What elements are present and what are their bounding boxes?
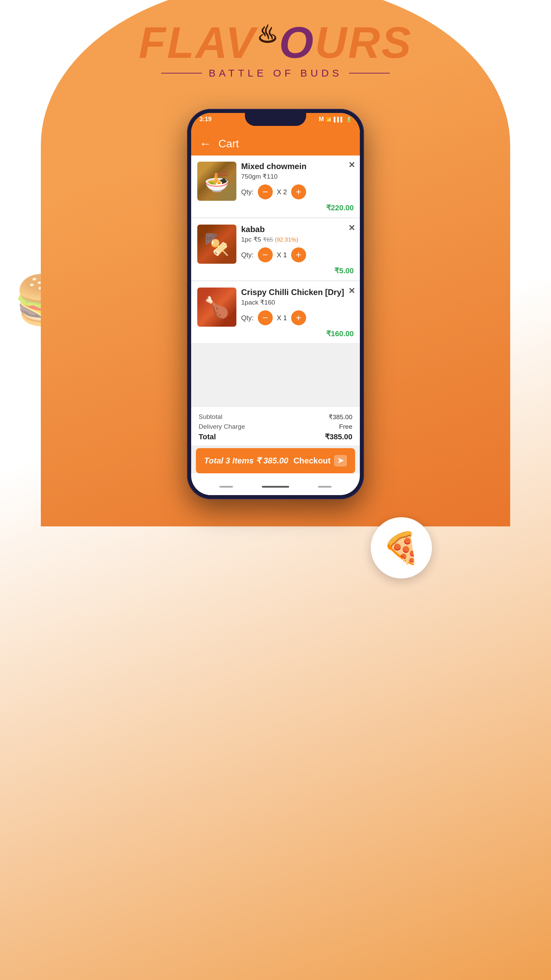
summary-total-row: Total ₹385.00 [198,433,353,441]
remove-item-1[interactable]: ✕ [348,161,355,169]
remove-item-2[interactable]: ✕ [348,224,355,232]
remove-item-3[interactable]: ✕ [348,287,355,295]
food-image-kabab [197,224,237,264]
checkout-label: Checkout ➤ [294,455,347,466]
logo-subtitle: BATTLE OF BUDS [209,67,343,79]
qty-minus-3[interactable]: − [258,310,273,325]
status-time: 3:19 [199,116,211,123]
subtotal-label: Subtotal [198,413,222,421]
signal-icon: ▌▌▌ [333,117,344,122]
item-original-price-2: ₹65 [263,237,273,243]
food-image-chicken [197,288,237,327]
item-price-2: ₹5.00 [197,266,354,275]
qty-label-1: Qty: [241,188,254,196]
qty-minus-2[interactable]: − [258,247,273,262]
item-name-2: kabab [241,224,354,234]
back-button[interactable]: ← [199,137,211,151]
qty-plus-2[interactable]: + [291,247,306,262]
checkout-arrow-icon: ➤ [334,455,347,466]
status-bar: 3:19 M 📶 ▌▌▌ 🔋 [199,116,352,123]
qty-label-2: Qty: [241,251,254,259]
qty-count-2: X 1 [277,251,287,259]
cart-summary: Subtotal ₹385.00 Delivery Charge Free To… [191,407,360,445]
item-name-1: Mixed chowmein [241,162,354,171]
checkout-items-label: Total 3 Items ₹ 385.00 [204,456,288,466]
summary-subtotal-row: Subtotal ₹385.00 [198,413,353,421]
logo-area: FLAV♨OURS BATTLE OF BUDS [0,21,551,79]
qty-plus-3[interactable]: + [291,310,306,325]
food-image-chowmein [197,162,237,201]
status-bar-area: 3:19 M 📶 ▌▌▌ 🔋 [191,113,360,132]
qty-minus-1[interactable]: − [258,185,273,199]
item-details-2: kabab 1pc ₹5 ₹65 (92.31%) Qty: − X 1 + [241,224,354,262]
pizza-decoration: 🍕 [371,517,432,579]
item-details-1: Mixed chowmein 750gm ₹110 Qty: − X 2 + [241,162,354,199]
email-icon: M [319,116,324,123]
item-desc-main-2: 1pc ₹5 [241,236,263,243]
total-value: ₹385.00 [325,433,353,441]
qty-row-2: Qty: − X 1 + [241,247,354,262]
item-desc-1: 750gm ₹110 [241,172,354,180]
qty-row-3: Qty: − X 1 + [241,310,354,325]
phone-scene: 🍕 3:19 M 📶 ▌▌▌ 🔋 ← Cart [109,109,442,499]
qty-label-3: Qty: [241,314,254,322]
home-indicator [262,486,289,488]
delivery-value: Free [339,423,353,430]
item-desc-3: 1pack ₹160 [241,298,354,306]
phone-frame: 3:19 M 📶 ▌▌▌ 🔋 ← Cart [187,109,364,499]
summary-delivery-row: Delivery Charge Free [198,423,353,430]
qty-plus-1[interactable]: + [291,185,306,199]
battery-icon: 🔋 [346,117,352,122]
logo-part2: O [279,18,315,67]
status-icons: M 📶 ▌▌▌ 🔋 [319,116,352,123]
page-title: Cart [218,137,239,150]
qty-row-1: Qty: − X 2 + [241,185,354,199]
home-ind-left [219,486,233,488]
delivery-label: Delivery Charge [198,423,245,430]
home-ind-right [318,486,332,488]
qty-count-1: X 2 [277,188,287,196]
checkout-button[interactable]: Total 3 Items ₹ 385.00 Checkout ➤ [196,448,355,473]
cart-item-chicken: Crispy Chilli Chicken [Dry] 1pack ₹160 Q… [191,282,360,343]
logo-subtitle-row: BATTLE OF BUDS [0,67,551,79]
item-name-3: Crispy Chilli Chicken [Dry] [241,288,354,297]
item-price-3: ₹160.00 [197,329,354,338]
cart-item-chowmein: Mixed chowmein 750gm ₹110 Qty: − X 2 + ✕… [191,156,360,217]
item-discount-2: (92.31%) [275,237,298,243]
qty-count-3: X 1 [277,314,287,322]
checkout-text: Checkout [294,456,330,466]
phone-screen: 3:19 M 📶 ▌▌▌ 🔋 ← Cart [191,113,360,495]
app-bar: ← Cart [191,132,360,156]
cart-content: Mixed chowmein 750gm ₹110 Qty: − X 2 + ✕… [191,156,360,473]
cart-item-kabab: kabab 1pc ₹5 ₹65 (92.31%) Qty: − X 1 + [191,218,360,280]
total-label: Total [198,433,216,441]
item-details-3: Crispy Chilli Chicken [Dry] 1pack ₹160 Q… [241,288,354,325]
cart-item-top-3: Crispy Chilli Chicken [Dry] 1pack ₹160 Q… [197,288,354,327]
brand-logo: FLAV♨OURS [0,21,551,65]
wifi-icon: 📶 [326,117,332,122]
subtotal-value: ₹385.00 [329,413,353,421]
cart-item-top-1: Mixed chowmein 750gm ₹110 Qty: − X 2 + ✕ [197,162,354,201]
logo-part1: FLAV [139,18,256,67]
empty-space [191,344,360,406]
cart-item-top-2: kabab 1pc ₹5 ₹65 (92.31%) Qty: − X 1 + [197,224,354,264]
logo-steam: ♨ [256,21,279,48]
home-indicator-area [191,478,360,495]
item-price-1: ₹220.00 [197,204,354,212]
item-desc-2: 1pc ₹5 ₹65 (92.31%) [241,235,354,243]
logo-part3: URS [315,18,412,67]
